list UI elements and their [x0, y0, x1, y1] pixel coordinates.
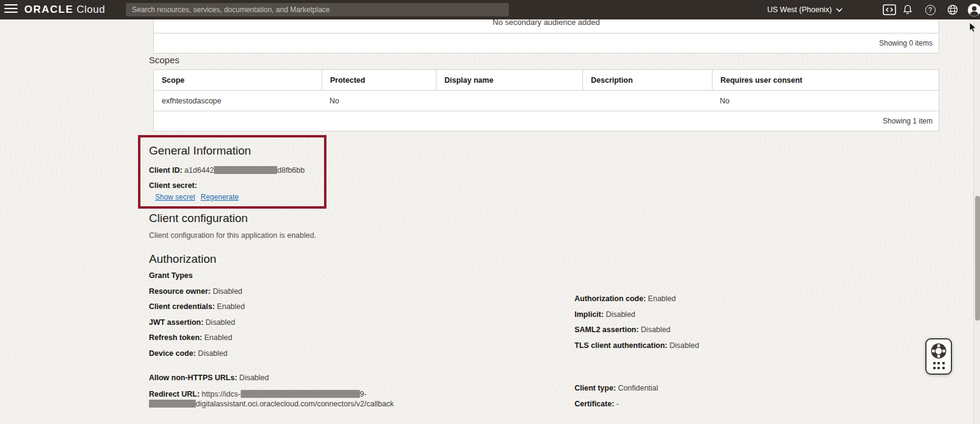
cell-scope: exfhtestodascope: [154, 91, 322, 111]
cell-protected: No: [322, 91, 436, 111]
client-configuration-description: Client configuration for this applicatio…: [149, 231, 316, 240]
show-secret-link[interactable]: Show secret: [155, 193, 195, 201]
table-row[interactable]: exfhtestodascope No No: [154, 91, 939, 111]
page-scrollbar-thumb[interactable]: [975, 196, 980, 321]
allow-non-https-row: Allow non-HTTPS URLs: Disabled: [149, 374, 404, 382]
column-header-description[interactable]: Description: [582, 70, 712, 90]
scopes-table: Scope Protected Display name Description…: [153, 69, 939, 131]
search-input[interactable]: [126, 3, 509, 16]
redirect-url-line1: Redirect URL: https://idcs-9-: [149, 389, 404, 399]
redirect-settings-left: Allow non-HTTPS URLs: Disabled Redirect …: [149, 374, 404, 409]
client-id-prefix: a1d6442: [184, 166, 214, 175]
grant-refresh-token: Refresh token: Enabled: [149, 333, 526, 342]
secondary-audience-empty-message: No secondary audience added: [492, 19, 599, 27]
client-id-redaction: [214, 166, 277, 174]
secondary-audience-panel: No secondary audience added Showing 0 it…: [153, 19, 939, 54]
general-information-highlight-box: General Information Client ID: a1d6442d8…: [138, 135, 326, 209]
top-navigation-bar: ORACLE Cloud US West (Phoenix) ?: [0, 0, 980, 19]
oracle-cloud-logo[interactable]: ORACLE Cloud: [24, 4, 105, 16]
cell-display-name: [436, 91, 582, 111]
brand-cloud: Cloud: [77, 4, 105, 15]
column-header-scope[interactable]: Scope: [154, 70, 322, 90]
grant-device-code: Device code: Disabled: [149, 349, 526, 358]
regenerate-link[interactable]: Regenerate: [201, 193, 239, 201]
scopes-table-header: Scope Protected Display name Description…: [154, 70, 939, 91]
drag-handle-dots-icon: [933, 362, 945, 369]
region-label: US West (Phoenix): [767, 5, 832, 14]
notifications-bell-icon[interactable]: [900, 2, 915, 17]
region-selector[interactable]: US West (Phoenix): [767, 0, 843, 19]
client-id-suffix: d8fb6bb: [277, 166, 305, 175]
scopes-heading: Scopes: [149, 55, 179, 65]
client-id-row: Client ID: a1d6442d8fb6bb: [149, 166, 324, 175]
grant-jwt-assertion: JWT assertion: Disabled: [149, 318, 526, 327]
grant-types-label: Grant Types: [149, 271, 193, 280]
brand-oracle: ORACLE: [24, 4, 74, 15]
column-header-display-name[interactable]: Display name: [436, 70, 582, 90]
column-header-requires-user-consent[interactable]: Requires user consent: [712, 70, 939, 90]
client-secret-label: Client secret:: [149, 181, 197, 190]
redirect-url-redaction-2: [149, 400, 196, 408]
client-configuration-heading: Client configuration: [149, 212, 248, 225]
general-information-heading: General Information: [149, 144, 324, 158]
secondary-audience-empty-row: No secondary audience added: [154, 19, 939, 33]
authorization-heading: Authorization: [149, 252, 216, 266]
grant-authorization-code: Authorization code: Enabled: [575, 294, 878, 303]
chevron-down-icon: [836, 8, 843, 12]
certificate-row: Certificate: -: [575, 400, 818, 408]
hamburger-menu-icon[interactable]: [4, 4, 18, 15]
floating-assistant-widget[interactable]: [925, 338, 952, 375]
help-icon[interactable]: ?: [923, 2, 937, 17]
client-secret-row: Client secret:: [149, 181, 324, 190]
grant-saml2-assertion: SAML2 assertion: Disabled: [575, 325, 878, 334]
user-avatar-icon[interactable]: [967, 2, 980, 17]
column-header-protected[interactable]: Protected: [322, 70, 436, 90]
grant-implicit: Implicit: Disabled: [575, 310, 878, 319]
authorization-right-column: Authorization code: Enabled Implicit: Di…: [575, 294, 878, 356]
authorization-left-column: Grant Types Resource owner: Disabled Cli…: [149, 271, 526, 364]
developer-console-icon[interactable]: [882, 2, 897, 17]
grant-tls-client-authentication: TLS client authentication: Disabled: [575, 341, 878, 350]
redirect-url-line2: digitalassistant.oci.oraclecloud.com/con…: [149, 399, 404, 409]
redirect-url-redaction-1: [241, 390, 360, 398]
scopes-count: Showing 1 item: [154, 111, 939, 131]
cell-requires-user-consent: No: [712, 91, 939, 111]
client-type-row: Client type: Confidential: [575, 384, 818, 392]
grant-client-credentials: Client credentials: Enabled: [149, 302, 526, 311]
language-globe-icon[interactable]: [945, 2, 960, 17]
client-type-right: Client type: Confidential Certificate: -: [575, 384, 818, 408]
life-ring-icon: [930, 342, 948, 360]
client-id-label: Client ID:: [149, 166, 182, 175]
oracle-cloud-console: ORACLE Cloud US West (Phoenix) ?: [0, 0, 980, 424]
grant-resource-owner: Resource owner: Disabled: [149, 287, 526, 296]
secondary-audience-count: Showing 0 items: [154, 33, 939, 52]
cell-description: [582, 91, 712, 111]
